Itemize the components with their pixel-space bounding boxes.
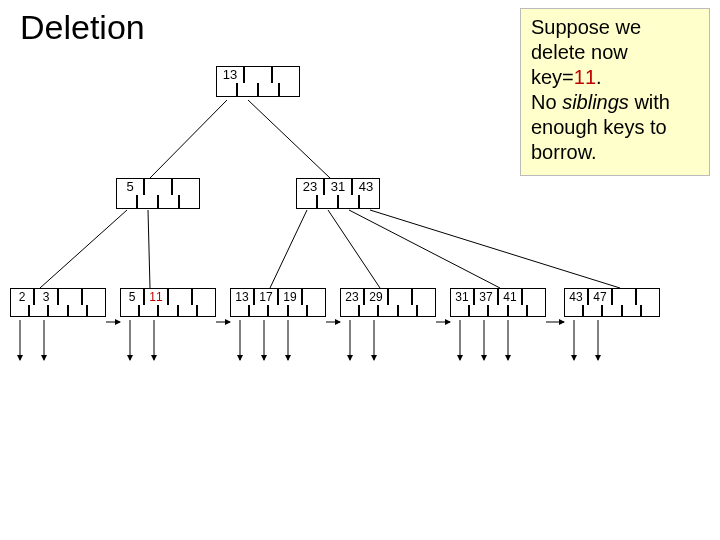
key-cell: [58, 288, 82, 306]
key-cell: 43: [564, 288, 588, 306]
ptr-cell: [622, 305, 641, 317]
key-cell: 5: [116, 178, 144, 196]
key-cell: [302, 288, 326, 306]
key-cell: 19: [278, 288, 302, 306]
ptr-cell: [230, 305, 249, 317]
ptr-cell: [68, 305, 87, 317]
ptr-cell: [178, 305, 197, 317]
key-cell: 17: [254, 288, 278, 306]
key-cell: 13: [216, 66, 244, 84]
root-node: 13: [216, 66, 300, 97]
key-cell: [244, 66, 272, 84]
svg-line-4: [270, 210, 307, 288]
key-cell: [82, 288, 106, 306]
svg-line-3: [148, 210, 150, 288]
ptr-cell: [249, 305, 268, 317]
key-cell: 29: [364, 288, 388, 306]
ptr-cell: [340, 305, 359, 317]
ptr-cell: [179, 195, 200, 209]
leaf-node: 2 3: [10, 288, 106, 317]
key-cell: 3: [34, 288, 58, 306]
key-cell: 37: [474, 288, 498, 306]
key-cell: [636, 288, 660, 306]
key-cell: [172, 178, 200, 196]
ptr-cell: [288, 305, 307, 317]
ptr-cell: [378, 305, 397, 317]
key-cell: [612, 288, 636, 306]
tree-edges: [0, 0, 720, 540]
ptr-cell: [139, 305, 158, 317]
key-cell: [192, 288, 216, 306]
key-cell: 43: [352, 178, 380, 196]
ptr-cell: [120, 305, 139, 317]
ptr-cell: [641, 305, 660, 317]
ptr-cell: [197, 305, 216, 317]
svg-line-0: [150, 100, 227, 178]
key-cell: [144, 178, 172, 196]
ptr-cell: [10, 305, 29, 317]
ptr-cell: [488, 305, 507, 317]
ptr-cell: [237, 83, 258, 97]
ptr-cell: [398, 305, 417, 317]
ptr-cell: [317, 195, 338, 209]
key-cell-deleting: 11: [144, 288, 168, 306]
ptr-cell: [417, 305, 436, 317]
ptr-cell: [527, 305, 546, 317]
ptr-cell: [307, 305, 326, 317]
ptr-cell: [583, 305, 602, 317]
svg-line-7: [370, 210, 620, 288]
leaf-node: 13 17 19: [230, 288, 326, 317]
ptr-cell: [216, 83, 237, 97]
ptr-cell: [450, 305, 469, 317]
ptr-cell: [137, 195, 158, 209]
ptr-cell: [279, 83, 300, 97]
leaf-node: 31 37 41: [450, 288, 546, 317]
ptr-cell: [158, 195, 179, 209]
internal-node-left: 5: [116, 178, 200, 209]
ptr-cell: [602, 305, 621, 317]
ptr-cell: [296, 195, 317, 209]
ptr-cell: [258, 83, 279, 97]
key-cell: 23: [340, 288, 364, 306]
ptr-cell: [158, 305, 177, 317]
key-cell: 31: [450, 288, 474, 306]
leaf-node: 23 29: [340, 288, 436, 317]
ptr-cell: [359, 305, 378, 317]
internal-node-right: 23 31 43: [296, 178, 380, 209]
ptr-cell: [359, 195, 380, 209]
svg-line-1: [248, 100, 330, 178]
ptr-cell: [508, 305, 527, 317]
key-cell: [168, 288, 192, 306]
key-cell: 13: [230, 288, 254, 306]
ptr-cell: [564, 305, 583, 317]
key-cell: 2: [10, 288, 34, 306]
key-cell: [272, 66, 300, 84]
ptr-cell: [87, 305, 106, 317]
key-cell: 31: [324, 178, 352, 196]
leaf-node: 43 47: [564, 288, 660, 317]
ptr-cell: [338, 195, 359, 209]
key-cell: 23: [296, 178, 324, 196]
ptr-cell: [116, 195, 137, 209]
key-cell: 47: [588, 288, 612, 306]
ptr-cell: [48, 305, 67, 317]
ptr-cell: [469, 305, 488, 317]
key-cell: [388, 288, 412, 306]
ptr-cell: [29, 305, 48, 317]
key-cell: [522, 288, 546, 306]
svg-line-2: [40, 210, 127, 288]
key-cell: 5: [120, 288, 144, 306]
key-cell: 41: [498, 288, 522, 306]
ptr-cell: [268, 305, 287, 317]
key-cell: [412, 288, 436, 306]
leaf-node: 5 11: [120, 288, 216, 317]
